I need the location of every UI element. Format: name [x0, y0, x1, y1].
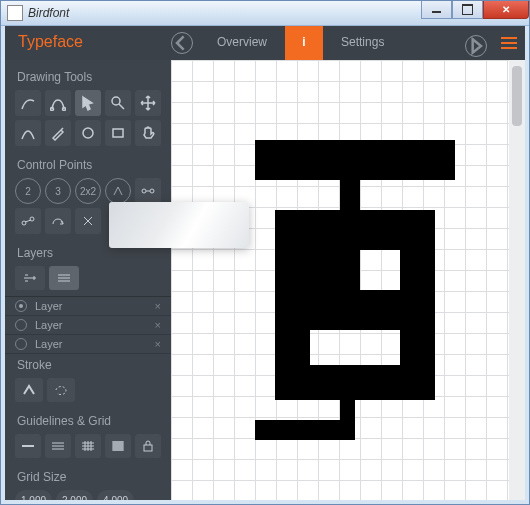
- circle-tool-icon[interactable]: [75, 120, 101, 146]
- tab-overview[interactable]: Overview: [199, 26, 285, 60]
- app-icon: [7, 5, 23, 21]
- svg-point-3: [83, 128, 93, 138]
- drawing-tools-grid: [5, 90, 171, 154]
- hand-tool-icon[interactable]: [135, 120, 161, 146]
- layer-row[interactable]: Layer ×: [5, 335, 171, 354]
- tab-glyph-active[interactable]: i: [285, 26, 323, 60]
- layer-label: Layer: [35, 300, 63, 312]
- layers-list: Layer × Layer × Layer ×: [5, 296, 171, 354]
- layer-row[interactable]: Layer ×: [5, 316, 171, 335]
- convert-point-icon[interactable]: [45, 208, 71, 234]
- grid-size-chip[interactable]: 2.000: [56, 490, 93, 500]
- bezier-tool-icon[interactable]: [45, 90, 71, 116]
- layers-view-icon[interactable]: [49, 266, 79, 290]
- svg-point-6: [150, 189, 154, 193]
- section-control-points: Control Points: [5, 154, 171, 178]
- brand-label: Typeface: [5, 26, 171, 60]
- window-title: Birdfont: [28, 6, 69, 20]
- close-button[interactable]: [483, 1, 529, 19]
- section-guidelines: Guidelines & Grid: [5, 410, 171, 434]
- move-tool-icon[interactable]: [135, 90, 161, 116]
- grid-size-chip[interactable]: 1.000: [15, 490, 52, 500]
- main-area: Drawing Tools Control Points 2 3 2x2: [5, 60, 525, 500]
- cp-3-button[interactable]: 3: [45, 178, 71, 204]
- canvas[interactable]: [171, 60, 525, 500]
- tie-handles-icon[interactable]: [135, 178, 161, 204]
- section-drawing-tools: Drawing Tools: [5, 66, 171, 90]
- cp-2x2-button[interactable]: 2x2: [75, 178, 101, 204]
- delete-point-icon[interactable]: [75, 208, 101, 234]
- rectangle-tool-icon[interactable]: [105, 120, 131, 146]
- foresight-tool-icon[interactable]: [15, 90, 41, 116]
- layer-label: Layer: [35, 319, 63, 331]
- zoom-tool-icon[interactable]: [105, 90, 131, 116]
- section-stroke: Stroke: [5, 354, 171, 378]
- window-titlebar: Birdfont: [1, 1, 529, 26]
- layer-row[interactable]: Layer ×: [5, 297, 171, 316]
- cp-2-button[interactable]: 2: [15, 178, 41, 204]
- add-layer-icon[interactable]: [15, 266, 45, 290]
- glyph-outline[interactable]: [245, 140, 465, 440]
- symmetric-handles-icon[interactable]: [15, 208, 41, 234]
- section-grid-size: Grid Size: [5, 466, 171, 490]
- visibility-icon[interactable]: [15, 300, 27, 312]
- layer-label: Layer: [35, 338, 63, 350]
- svg-rect-4: [113, 129, 123, 137]
- grid-icon[interactable]: [75, 434, 101, 458]
- play-icon[interactable]: [465, 35, 487, 57]
- freehand-tool-icon[interactable]: [15, 120, 41, 146]
- svg-rect-9: [144, 445, 152, 451]
- svg-point-5: [142, 189, 146, 193]
- lock-icon[interactable]: [135, 434, 161, 458]
- hlines-icon[interactable]: [45, 434, 71, 458]
- layer-close-icon[interactable]: ×: [155, 338, 161, 350]
- minimize-button[interactable]: [421, 1, 452, 19]
- app-frame: Typeface Overview i Settings Drawing Too…: [5, 26, 525, 500]
- visibility-icon[interactable]: [15, 338, 27, 350]
- grid2-icon[interactable]: [105, 434, 131, 458]
- stroke-style-icon[interactable]: [15, 378, 43, 402]
- pointer-tool-icon[interactable]: [75, 90, 101, 116]
- cp-corner-icon[interactable]: [105, 178, 131, 204]
- nav-back-icon[interactable]: [171, 32, 193, 54]
- menu-icon[interactable]: [501, 37, 517, 49]
- vertical-scrollbar[interactable]: [509, 60, 525, 500]
- hline-icon[interactable]: [15, 434, 41, 458]
- floating-tooltip: [109, 202, 249, 248]
- visibility-icon[interactable]: [15, 319, 27, 331]
- topbar: Typeface Overview i Settings: [5, 26, 525, 60]
- window-controls: [421, 1, 529, 19]
- svg-point-2: [112, 97, 120, 105]
- tab-settings[interactable]: Settings: [323, 26, 402, 60]
- layer-close-icon[interactable]: ×: [155, 319, 161, 331]
- pen-tool-icon[interactable]: [45, 120, 71, 146]
- maximize-button[interactable]: [452, 1, 483, 19]
- layer-close-icon[interactable]: ×: [155, 300, 161, 312]
- sidebar: Drawing Tools Control Points 2 3 2x2: [5, 60, 171, 500]
- stroke-refresh-icon[interactable]: [47, 378, 75, 402]
- grid-size-chip[interactable]: 4.000: [97, 490, 134, 500]
